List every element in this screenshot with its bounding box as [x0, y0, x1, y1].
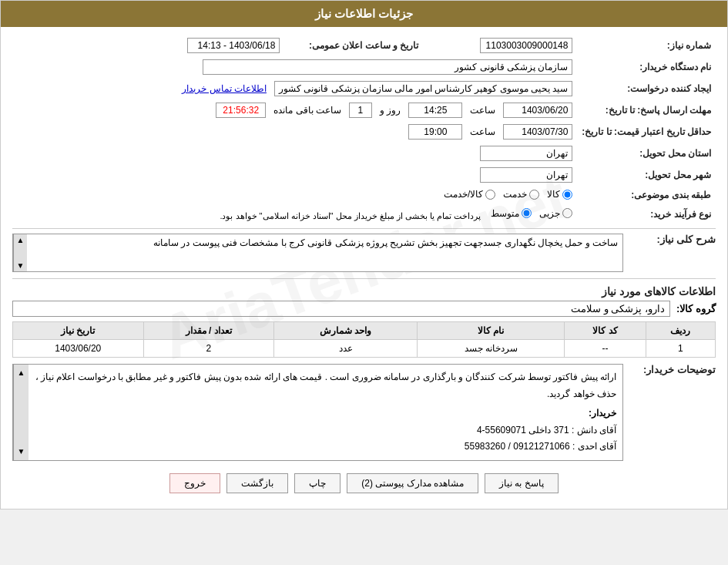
radio-khadamat[interactable]: خدمت [503, 189, 539, 200]
ettelaat-kala-title: اطلاعات کالاهای مورد نیاز [12, 285, 716, 298]
mohlet-date: 1403/06/20 [503, 103, 572, 118]
name-dastgah-value: سازمان پزشکی قانونی کشور [203, 59, 572, 75]
mohlet-time-label: ساعت [470, 105, 495, 116]
page-header: جزئیات اطلاعات نیاز [1, 1, 727, 27]
group-kala-row: گروه کالا: دارو، پزشکی و سلامت [12, 301, 716, 317]
group-kala-value: دارو، پزشکی و سلامت [12, 301, 670, 317]
ijad-konande-value: سید یحیی موسوی کوهپر کارشناس امور مالی س… [274, 81, 572, 96]
shomara-niaz-value: 1103003009000148 [480, 38, 572, 53]
radio-kala[interactable]: کالا [547, 189, 572, 200]
cell-tedad: 2 [143, 340, 273, 358]
radio-jozii[interactable]: جزیی [539, 208, 572, 219]
tozihat-text: ارائه پیش فاکتور توسط شرکت کنندگان و بار… [30, 369, 616, 402]
sharh-koli-value: ساخت و حمل یخچال نگهداری جسدجهت تجهیز بخ… [153, 237, 618, 248]
col-name: نام کالا [418, 322, 565, 340]
shomara-niaz-label: شماره نیاز: [577, 35, 716, 56]
items-table: ردیف کد کالا نام کالا واحد شمارش تعداد /… [12, 321, 716, 358]
page-title: جزئیات اطلاعات نیاز [315, 7, 413, 20]
tozihat-khardar: خریدار: [589, 408, 616, 419]
scroll-up-arrow[interactable]: ▲ [17, 236, 25, 244]
nooe-farayand-label: نوع فرآیند خرید: [577, 205, 716, 224]
mohlet-baqi-label: ساعت باقی مانده [273, 105, 341, 116]
tozihat-box: ارائه پیش فاکتور توسط شرکت کنندگان و بار… [12, 364, 623, 461]
bazgasht-button[interactable]: بازگشت [226, 473, 288, 493]
moshahdeh-button[interactable]: مشاهده مدارک پیوستی (2) [347, 473, 478, 493]
pasokh-button[interactable]: پاسخ به نیاز [485, 473, 559, 493]
hadaghal-date: 1403/07/30 [503, 124, 572, 140]
cell-kod: -- [565, 340, 646, 358]
tozihat-scroll[interactable]: ▲ ▼ [13, 365, 29, 460]
mohlet-countdown: 21:56:32 [216, 103, 266, 118]
mohlet-time: 14:25 [408, 103, 462, 118]
tozihat-scroll-down[interactable]: ▼ [18, 445, 25, 459]
tozihat-label: توضیحات خریدار: [623, 364, 716, 375]
col-kod: کد کالا [565, 322, 646, 340]
ijad-konande-label: ایجاد کننده درخواست: [577, 78, 716, 99]
col-radif: ردیف [646, 322, 715, 340]
tozihat-scroll-up[interactable]: ▲ [18, 366, 25, 380]
tarikh-elan-value: 1403/06/18 - 14:13 [187, 38, 280, 53]
sharh-koli-scroll[interactable]: ▲ ▼ [13, 234, 27, 271]
ostan-label: استان محل تحویل: [577, 143, 716, 164]
cell-radif: 1 [646, 340, 715, 358]
tarikh-elan-label: تاریخ و ساعت اعلان عمومی: [284, 35, 423, 56]
scroll-down-arrow[interactable]: ▼ [17, 261, 25, 270]
radio-motavasset[interactable]: متوسط [491, 208, 532, 219]
mohlet-roz-label: روز و [380, 105, 401, 116]
mohlet-roz-count: 1 [349, 103, 372, 118]
hadaghal-tarikh-label: حداقل تاریخ اعتبار قیمت: تا تاریخ: [577, 121, 716, 143]
radio-kala-khadamat[interactable]: کالا/خدمت [444, 189, 495, 200]
group-kala-label: گروه کالا: [676, 303, 716, 314]
mohlet-ersal-label: مهلت ارسال پاسخ: تا تاریخ: [577, 99, 716, 121]
shahr-value: تهران [480, 167, 572, 183]
col-tedad: تعداد / مقدار [143, 322, 273, 340]
name-dastgah-label: نام دستگاه خریدار: [577, 56, 716, 78]
nooe-text: پرداخت تمام یا بخشی از مبلغ خریداز محل "… [220, 210, 481, 220]
shahr-label: شهر محل تحویل: [577, 164, 716, 186]
aghay-danesh: آقای دانش : 371 داخلی 55609071-4 [30, 422, 616, 439]
cell-vahed: عدد [273, 340, 417, 358]
aghay-ahadi: آقای احدی : 09121271066 / 55983260 [30, 439, 616, 456]
sharh-koli-box: ساخت و حمل یخچال نگهداری جسدجهت تجهیز بخ… [12, 234, 623, 272]
tabaqe-label: طبقه بندی موضوعی: [577, 186, 716, 205]
hadaghal-time: 19:00 [408, 124, 462, 140]
cell-tarikh: 1403/06/20 [13, 340, 144, 358]
sharh-koli-label: شرح کلی نیاز: [623, 234, 716, 245]
col-vahed: واحد شمارش [273, 322, 417, 340]
hadaghal-time-label: ساعت [470, 126, 495, 137]
table-row: 1 -- سردخانه جسد عدد 2 1403/06/20 [13, 340, 716, 358]
chap-button[interactable]: چاپ [294, 473, 341, 493]
khoroj-button[interactable]: خروج [169, 473, 220, 493]
ostan-value: تهران [480, 146, 572, 161]
cell-name: سردخانه جسد [418, 340, 565, 358]
buttons-row: پاسخ به نیاز مشاهده مدارک پیوستی (2) چاپ… [12, 473, 716, 501]
ettelaat-tamas-link[interactable]: اطلاعات تماس خریدار [182, 83, 267, 94]
col-tarikh: تاریخ نیاز [13, 322, 144, 340]
